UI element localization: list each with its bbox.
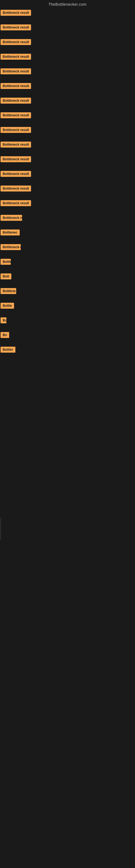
bottleneck-badge[interactable]: Bott bbox=[1, 273, 11, 279]
list-item[interactable]: Bottleneck result bbox=[0, 170, 135, 179]
list-item[interactable]: Bottleneck result bbox=[0, 67, 135, 76]
list-item[interactable]: Bottleneck result bbox=[0, 9, 135, 18]
list-item[interactable]: Bottleneck result bbox=[0, 199, 135, 208]
list-item[interactable]: Bottleneck result bbox=[0, 38, 135, 47]
list-item[interactable]: Bottleneck result bbox=[0, 126, 135, 135]
list-item[interactable]: Bottleneck result bbox=[0, 23, 135, 33]
bottleneck-badge[interactable]: Bottleneck result bbox=[1, 171, 31, 177]
site-title-bar: TheBottlenecker.com bbox=[0, 0, 135, 8]
bottleneck-badge[interactable]: Bottleneck result bbox=[1, 24, 31, 30]
site-title: TheBottlenecker.com bbox=[0, 0, 135, 8]
bottleneck-badge[interactable]: Bottleneck result bbox=[1, 10, 31, 16]
list-item[interactable]: Bo bbox=[0, 331, 135, 340]
list-item[interactable]: Bottleneck result bbox=[0, 141, 135, 150]
list-item[interactable]: Bottleneck result bbox=[0, 82, 135, 91]
bottleneck-badge[interactable]: Bottlen bbox=[1, 259, 11, 265]
bottleneck-badge[interactable]: Bottle bbox=[1, 303, 14, 309]
list-item[interactable]: Bottleneck re bbox=[0, 214, 135, 223]
bottleneck-badge[interactable]: Bottleneck result bbox=[1, 186, 31, 191]
list-item[interactable]: Bottleneck result bbox=[0, 97, 135, 106]
list-item[interactable]: Bottleneck result bbox=[0, 184, 135, 194]
list-item[interactable]: Bottleneck result bbox=[0, 53, 135, 62]
bottleneck-badge[interactable]: Bottleneck result bbox=[1, 127, 31, 133]
bottleneck-badge[interactable]: Bottleneck result bbox=[1, 54, 31, 60]
bottleneck-badge[interactable]: Bottlenec bbox=[1, 317, 6, 323]
bottleneck-badge[interactable]: Bottleneck result bbox=[1, 112, 31, 118]
bottleneck-badge[interactable]: Bottlenec bbox=[1, 229, 20, 236]
bottleneck-badge[interactable]: Bottleneck result bbox=[1, 39, 31, 45]
bottleneck-badge[interactable]: Bottleneck result bbox=[1, 156, 31, 162]
list-item[interactable]: Bottleneck result bbox=[0, 155, 135, 164]
list-item[interactable]: Bottle bbox=[0, 302, 135, 311]
list-item[interactable]: Bottlen bbox=[0, 258, 135, 267]
bottleneck-badge[interactable]: Bottleneck result bbox=[1, 200, 31, 206]
list-item[interactable]: Bottlene bbox=[0, 287, 135, 296]
bottleneck-badge[interactable]: Bottleneck re bbox=[1, 215, 22, 221]
bottom-area bbox=[0, 355, 135, 572]
bottleneck-badge[interactable]: Bottleneck result bbox=[1, 83, 31, 89]
bottleneck-badge[interactable]: Bottlene bbox=[1, 288, 16, 294]
bottleneck-badge[interactable]: Bottleneck result bbox=[1, 68, 31, 74]
bottleneck-badge[interactable]: Bo bbox=[1, 332, 9, 338]
bottleneck-badge[interactable]: Bottler bbox=[1, 347, 15, 352]
list-item[interactable]: Bottlenec bbox=[0, 316, 135, 326]
list-item[interactable]: Bottlenec bbox=[0, 228, 135, 238]
bottleneck-badge[interactable]: Bottleneck r bbox=[1, 244, 21, 250]
bottleneck-list: Bottleneck result Bottleneck result Bott… bbox=[0, 8, 135, 355]
bottleneck-badge[interactable]: Bottleneck result bbox=[1, 98, 31, 104]
list-item[interactable]: Bott bbox=[0, 272, 135, 282]
list-item[interactable]: Bottleneck r bbox=[0, 243, 135, 252]
bottleneck-badge[interactable]: Bottleneck result bbox=[1, 142, 31, 148]
list-item[interactable]: Bottleneck result bbox=[0, 111, 135, 120]
list-item[interactable]: Bottler bbox=[0, 346, 135, 355]
